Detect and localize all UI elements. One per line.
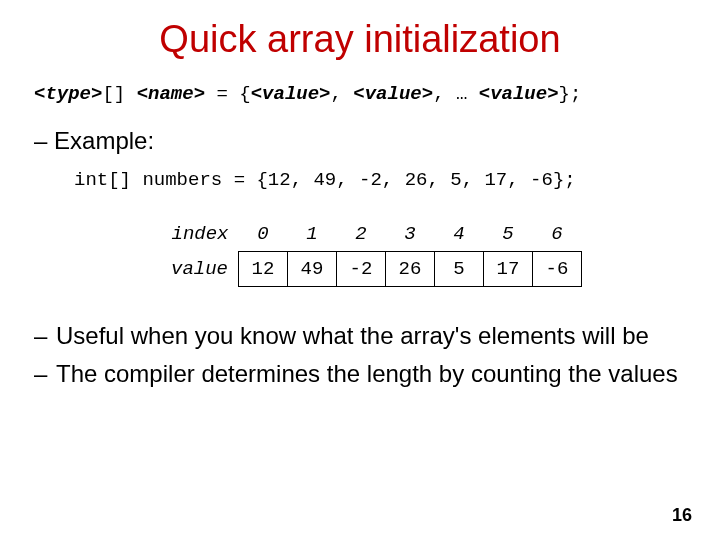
- index-cell: 1: [288, 217, 337, 252]
- syntax-name: <name>: [137, 83, 205, 105]
- syntax-value-3: <value>: [479, 83, 559, 105]
- index-cell: 4: [435, 217, 484, 252]
- syntax-type: <type>: [34, 83, 102, 105]
- table-row: value 12 49 -2 26 5 17 -6: [154, 252, 582, 287]
- syntax-end: };: [559, 83, 582, 105]
- syntax-sep-2: , …: [433, 83, 479, 105]
- example-heading: – Example:: [34, 127, 686, 155]
- value-cell: 12: [239, 252, 288, 287]
- syntax-template: <type>[] <name> = {<value>, <value>, … <…: [34, 83, 686, 105]
- value-cell: 17: [484, 252, 533, 287]
- table-row: index 0 1 2 3 4 5 6: [154, 217, 582, 252]
- bullet-text-1: Useful when you know what the array's el…: [56, 321, 686, 351]
- list-item: – The compiler determines the length by …: [34, 359, 686, 389]
- value-row-label: value: [154, 252, 239, 287]
- value-cell: -2: [337, 252, 386, 287]
- value-cell: 26: [386, 252, 435, 287]
- bullet-text-2: The compiler determines the length by co…: [56, 359, 686, 389]
- value-cell: 5: [435, 252, 484, 287]
- dash-icon: –: [34, 127, 47, 155]
- syntax-brackets: []: [102, 83, 125, 105]
- index-cell: 6: [533, 217, 582, 252]
- syntax-eq: = {: [205, 83, 251, 105]
- bullet-list: – Useful when you know what the array's …: [34, 321, 686, 389]
- index-cell: 0: [239, 217, 288, 252]
- array-table: index 0 1 2 3 4 5 6 value 12 49 -2 26 5 …: [154, 217, 686, 287]
- index-cell: 3: [386, 217, 435, 252]
- value-cell: 49: [288, 252, 337, 287]
- syntax-value-2: <value>: [353, 83, 433, 105]
- index-row-label: index: [154, 217, 239, 252]
- index-cell: 5: [484, 217, 533, 252]
- index-cell: 2: [337, 217, 386, 252]
- dash-icon: –: [34, 321, 56, 351]
- dash-icon: –: [34, 359, 56, 389]
- syntax-sep-1: ,: [331, 83, 354, 105]
- code-example: int[] numbers = {12, 49, -2, 26, 5, 17, …: [74, 169, 686, 191]
- value-cell: -6: [533, 252, 582, 287]
- slide-title: Quick array initialization: [34, 18, 686, 61]
- example-label: Example:: [54, 127, 154, 154]
- syntax-value-1: <value>: [251, 83, 331, 105]
- list-item: – Useful when you know what the array's …: [34, 321, 686, 351]
- page-number: 16: [672, 505, 692, 526]
